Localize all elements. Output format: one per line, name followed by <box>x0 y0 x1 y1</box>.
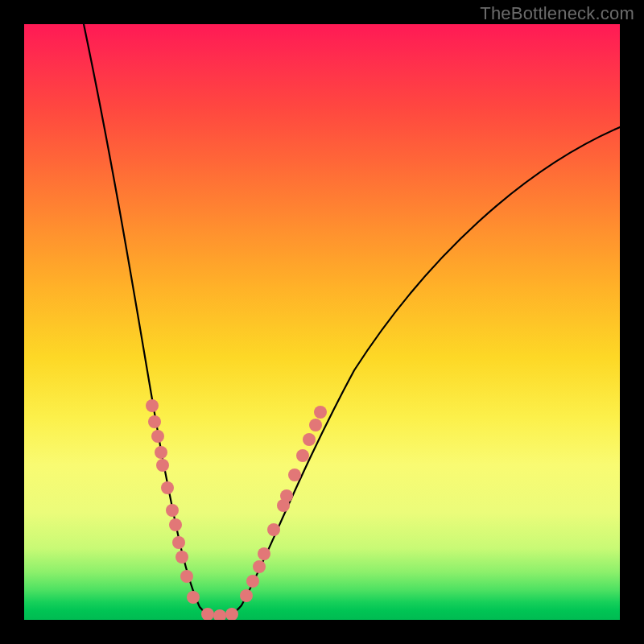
data-dot <box>246 575 259 588</box>
plot-area <box>24 24 620 620</box>
data-dot <box>148 415 161 428</box>
chart-svg <box>24 24 620 620</box>
data-dot <box>180 570 193 583</box>
data-dot <box>280 489 293 502</box>
data-dot <box>155 446 167 459</box>
data-dot <box>253 560 266 573</box>
data-dot <box>309 419 322 431</box>
data-dot <box>146 399 159 412</box>
data-dot <box>240 589 253 602</box>
data-dot <box>169 518 182 531</box>
dots-group <box>146 399 327 620</box>
data-dot <box>161 481 174 494</box>
data-dot <box>213 609 226 620</box>
data-dot <box>187 591 200 604</box>
data-dot <box>267 523 280 536</box>
data-dot <box>156 459 169 472</box>
data-dot <box>175 551 188 564</box>
data-dot <box>151 430 164 443</box>
data-dot <box>258 547 270 560</box>
watermark-text: TheBottleneck.com <box>480 3 634 24</box>
data-dot <box>314 406 327 419</box>
data-dot <box>288 469 301 481</box>
data-dot <box>166 504 179 517</box>
chart-frame: TheBottleneck.com <box>0 0 644 644</box>
data-dot <box>296 449 309 462</box>
curve-left <box>84 24 220 616</box>
curve-right <box>220 127 620 616</box>
data-dot <box>303 433 316 446</box>
data-dot <box>172 536 185 549</box>
